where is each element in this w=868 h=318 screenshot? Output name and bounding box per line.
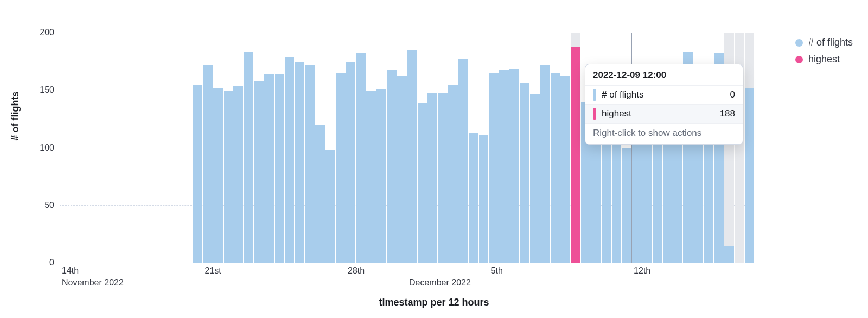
bar-flights <box>509 69 519 263</box>
x-tick-label: 12th <box>634 266 650 276</box>
bar-flights <box>448 85 458 263</box>
bar[interactable] <box>295 33 304 263</box>
bar[interactable] <box>571 33 580 263</box>
legend-swatch-icon <box>795 39 803 47</box>
bar[interactable] <box>745 33 755 263</box>
bar[interactable] <box>121 33 131 263</box>
tooltip-row: highest 188 <box>585 104 743 123</box>
tooltip-row: # of flights 0 <box>585 86 743 104</box>
flights-bar-chart: # of flights timestamp per 12 hours 0501… <box>0 0 868 318</box>
bar[interactable] <box>418 33 427 263</box>
bar[interactable] <box>520 33 529 263</box>
bar[interactable] <box>499 33 509 263</box>
bar[interactable] <box>438 33 448 263</box>
bar-flights <box>479 135 489 263</box>
bar[interactable] <box>540 33 550 263</box>
tooltip-title: 2022-12-09 12:00 <box>585 64 743 86</box>
bar[interactable] <box>233 33 243 263</box>
bar-flights <box>724 246 734 263</box>
legend-label: highest <box>808 54 840 65</box>
bar[interactable] <box>80 33 90 263</box>
bar[interactable] <box>275 33 284 263</box>
bar[interactable] <box>193 33 202 263</box>
bar[interactable] <box>60 33 69 263</box>
bar[interactable] <box>224 33 233 263</box>
bar-flights <box>233 86 243 263</box>
bar-flights <box>285 57 295 263</box>
y-tick-label: 200 <box>40 28 54 37</box>
bar-flights <box>418 103 427 263</box>
bar-flights <box>346 62 356 263</box>
bar[interactable] <box>315 33 325 263</box>
bar[interactable] <box>407 33 417 263</box>
bar[interactable] <box>560 33 570 263</box>
bar-flights <box>376 89 386 263</box>
chart-tooltip: 2022-12-09 12:00 # of flights 0 highest … <box>585 64 743 145</box>
bar-flights <box>326 150 335 263</box>
bar-flights <box>336 73 346 263</box>
bar[interactable] <box>387 33 397 263</box>
bar[interactable] <box>427 33 437 263</box>
bar[interactable] <box>326 33 335 263</box>
bar[interactable] <box>152 33 162 263</box>
bar-flights <box>264 74 274 263</box>
bar-flights <box>560 76 570 263</box>
x-tick-sublabel: December 2022 <box>409 278 471 288</box>
bar-flights <box>745 88 755 263</box>
bar[interactable] <box>254 33 264 263</box>
x-tick-label: 5th <box>491 266 503 276</box>
bar[interactable] <box>213 33 223 263</box>
bar[interactable] <box>479 33 489 263</box>
bar-flights <box>315 125 325 263</box>
bar-flights <box>193 85 202 263</box>
bar-flights <box>356 53 366 263</box>
bar[interactable] <box>285 33 295 263</box>
bar-flights <box>458 59 468 263</box>
bar[interactable] <box>366 33 376 263</box>
bar[interactable] <box>346 33 356 263</box>
bar-flights <box>489 73 499 263</box>
bar[interactable] <box>305 33 315 263</box>
bar-flights <box>213 88 223 263</box>
y-tick-label: 100 <box>40 143 54 153</box>
bar[interactable] <box>111 33 120 263</box>
bar[interactable] <box>530 33 540 263</box>
bar-flights <box>366 91 376 263</box>
bar[interactable] <box>244 33 253 263</box>
bar[interactable] <box>70 33 80 263</box>
bar[interactable] <box>376 33 386 263</box>
y-axis-label: # of flights <box>10 92 21 141</box>
bar[interactable] <box>469 33 478 263</box>
bar-flights <box>622 148 631 263</box>
y-tick-label: 0 <box>49 258 54 268</box>
bar[interactable] <box>203 33 213 263</box>
bar[interactable] <box>131 33 141 263</box>
bar[interactable] <box>448 33 458 263</box>
bar[interactable] <box>172 33 182 263</box>
legend-item[interactable]: # of flights <box>795 37 853 48</box>
bar[interactable] <box>336 33 346 263</box>
bar[interactable] <box>509 33 519 263</box>
bar[interactable] <box>162 33 171 263</box>
y-tick-label: 150 <box>40 85 54 95</box>
bar[interactable] <box>551 33 560 263</box>
x-tick-label: 21st <box>205 266 221 276</box>
bar-highest <box>571 47 580 263</box>
legend-item[interactable]: highest <box>795 54 853 65</box>
x-tick-sublabel: November 2022 <box>62 278 124 288</box>
bar[interactable] <box>91 33 100 263</box>
bar-flights <box>275 74 284 263</box>
bar[interactable] <box>100 33 110 263</box>
bar-flights <box>397 76 407 263</box>
bar[interactable] <box>142 33 151 263</box>
bar[interactable] <box>458 33 468 263</box>
tooltip-row-value: 188 <box>720 108 735 119</box>
bar[interactable] <box>182 33 192 263</box>
bar[interactable] <box>489 33 499 263</box>
x-tick-label: 28th <box>348 266 365 276</box>
bar[interactable] <box>264 33 274 263</box>
bar[interactable] <box>356 33 366 263</box>
tooltip-hint: Right-click to show actions <box>585 123 743 144</box>
bar-flights <box>520 83 529 263</box>
bar[interactable] <box>397 33 407 263</box>
